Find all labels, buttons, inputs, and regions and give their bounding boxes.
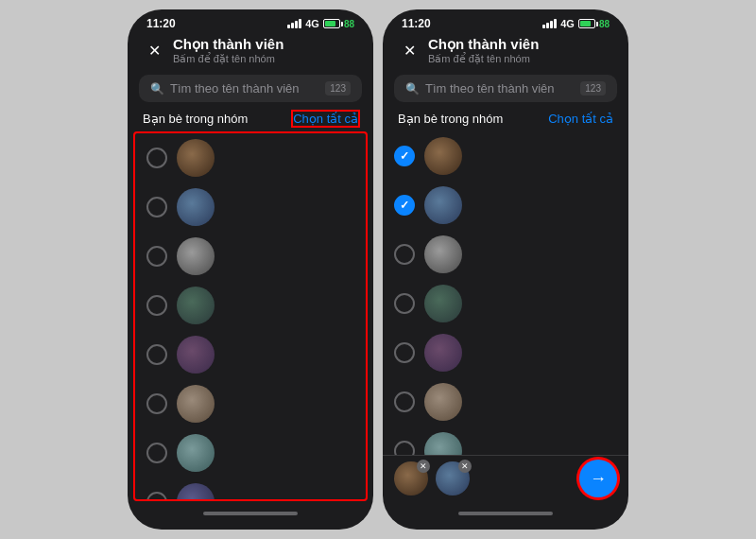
status-icons-right: 4G 88 bbox=[542, 18, 610, 29]
list-item[interactable] bbox=[394, 328, 617, 377]
selected-avatar-2-wrap: ✕ bbox=[436, 461, 470, 496]
list-item[interactable] bbox=[146, 478, 354, 499]
remove-avatar-1-button[interactable]: ✕ bbox=[417, 460, 430, 473]
home-indicator-left bbox=[128, 501, 373, 530]
phones-container: 11:20 4G 88 ✕ Chọn thành viên Bấm bbox=[118, 0, 638, 539]
battery-fill-left bbox=[325, 21, 335, 26]
signal-bar-1 bbox=[287, 25, 290, 28]
list-item[interactable] bbox=[394, 426, 617, 455]
list-item[interactable]: ✓ bbox=[394, 181, 617, 230]
signal-bars-left bbox=[287, 19, 301, 28]
radio-r7[interactable] bbox=[394, 441, 415, 455]
radio-r6[interactable] bbox=[394, 391, 415, 412]
battery-level-right: 88 bbox=[599, 19, 610, 29]
signal-bar-2 bbox=[291, 23, 294, 28]
radio-2[interactable] bbox=[146, 197, 167, 217]
radio-1[interactable] bbox=[146, 148, 167, 168]
member-list-left bbox=[135, 133, 366, 499]
section-header-left: Bạn bè trong nhóm Chọn tất cả bbox=[128, 108, 373, 131]
avatar-r4 bbox=[424, 285, 462, 322]
list-item[interactable] bbox=[394, 279, 617, 328]
radio-r3[interactable] bbox=[394, 244, 415, 265]
network-type-left: 4G bbox=[305, 18, 319, 29]
status-bar-right: 11:20 4G 88 bbox=[383, 9, 628, 34]
signal-bar-r2 bbox=[546, 23, 549, 28]
avatar-3 bbox=[177, 237, 215, 275]
battery-fill-right bbox=[580, 21, 591, 26]
nav-subtitle-left: Bấm để đặt tên nhóm bbox=[173, 53, 358, 65]
avatar-r1 bbox=[424, 137, 462, 175]
nav-bar-left: ✕ Chọn thành viên Bấm để đặt tên nhóm bbox=[128, 34, 373, 71]
close-button-right[interactable]: ✕ bbox=[398, 40, 421, 62]
list-item[interactable] bbox=[146, 330, 354, 379]
list-item[interactable]: ✓ bbox=[394, 131, 617, 181]
time-left: 11:20 bbox=[146, 17, 176, 30]
radio-r1[interactable]: ✓ bbox=[394, 146, 415, 166]
close-button-left[interactable]: ✕ bbox=[143, 40, 165, 62]
search-bar-right[interactable]: 🔍 Tìm theo tên thành viên 123 bbox=[394, 75, 617, 102]
search-icon-left: 🔍 bbox=[150, 82, 164, 96]
signal-bars-right bbox=[542, 19, 557, 28]
select-all-button-left[interactable]: Chọn tất cả bbox=[293, 112, 358, 126]
home-bar-left bbox=[203, 512, 298, 515]
avatar-r5 bbox=[424, 334, 462, 372]
select-all-button-right[interactable]: Chọn tất cả bbox=[548, 112, 613, 126]
section-title-left: Bạn bè trong nhóm bbox=[143, 112, 248, 126]
nav-title-right: Chọn thành viên bbox=[428, 36, 613, 53]
list-item[interactable] bbox=[394, 377, 617, 426]
check-icon-r1: ✓ bbox=[400, 149, 409, 163]
home-indicator-right bbox=[383, 501, 628, 530]
radio-r2[interactable]: ✓ bbox=[394, 195, 415, 216]
avatar-1 bbox=[177, 139, 215, 177]
battery-right bbox=[578, 19, 595, 28]
list-item[interactable] bbox=[146, 428, 354, 478]
radio-3[interactable] bbox=[146, 246, 167, 267]
status-icons-left: 4G 88 bbox=[287, 18, 354, 29]
remove-avatar-2-button[interactable]: ✕ bbox=[458, 460, 472, 473]
signal-bar-r3 bbox=[550, 21, 553, 28]
search-placeholder-left: Tìm theo tên thành viên bbox=[170, 81, 319, 96]
list-item[interactable] bbox=[146, 183, 354, 232]
next-button[interactable]: → bbox=[579, 460, 617, 497]
avatar-8 bbox=[177, 483, 215, 499]
status-bar-left: 11:20 4G 88 bbox=[128, 9, 373, 34]
search-icon-right: 🔍 bbox=[405, 82, 420, 96]
radio-4[interactable] bbox=[146, 295, 167, 316]
list-item[interactable] bbox=[394, 230, 617, 279]
signal-bar-3 bbox=[295, 21, 298, 28]
radio-7[interactable] bbox=[146, 443, 167, 463]
list-item[interactable] bbox=[146, 281, 354, 330]
signal-bar-4 bbox=[299, 19, 301, 28]
home-bar-right bbox=[458, 512, 553, 515]
radio-6[interactable] bbox=[146, 393, 167, 414]
battery-left bbox=[323, 19, 340, 28]
check-icon-r2: ✓ bbox=[400, 199, 409, 212]
search-bar-left[interactable]: 🔍 Tìm theo tên thành viên 123 bbox=[139, 75, 362, 102]
radio-5[interactable] bbox=[146, 344, 167, 365]
network-type-right: 4G bbox=[560, 18, 575, 29]
section-header-right: Bạn bè trong nhóm Chọn tất cả bbox=[383, 108, 628, 131]
avatar-7 bbox=[177, 434, 215, 472]
radio-8[interactable] bbox=[146, 492, 167, 499]
list-item[interactable] bbox=[146, 133, 354, 183]
signal-bar-r4 bbox=[554, 19, 557, 28]
list-item[interactable] bbox=[146, 379, 354, 428]
avatar-r7 bbox=[424, 432, 462, 455]
nav-title-left: Chọn thành viên bbox=[173, 36, 358, 53]
left-phone: 11:20 4G 88 ✕ Chọn thành viên Bấm bbox=[128, 9, 373, 530]
radio-r4[interactable] bbox=[394, 293, 415, 314]
member-list-right: ✓ ✓ bbox=[383, 131, 628, 455]
nav-title-group-right: Chọn thành viên Bấm để đặt tên nhóm bbox=[428, 36, 613, 65]
right-phone: 11:20 4G 88 ✕ Chọn thành viên Bấm bbox=[383, 9, 628, 530]
avatar-r2 bbox=[424, 186, 462, 224]
time-right: 11:20 bbox=[402, 17, 431, 30]
list-item[interactable] bbox=[146, 232, 354, 281]
radio-r5[interactable] bbox=[394, 342, 415, 363]
avatar-6 bbox=[177, 385, 215, 423]
selected-avatar-1-wrap: ✕ bbox=[394, 461, 428, 496]
avatar-5 bbox=[177, 336, 215, 374]
avatar-r6 bbox=[424, 383, 462, 421]
signal-bar-r1 bbox=[542, 25, 545, 28]
avatar-r3 bbox=[424, 235, 462, 273]
search-badge-right: 123 bbox=[580, 81, 606, 96]
